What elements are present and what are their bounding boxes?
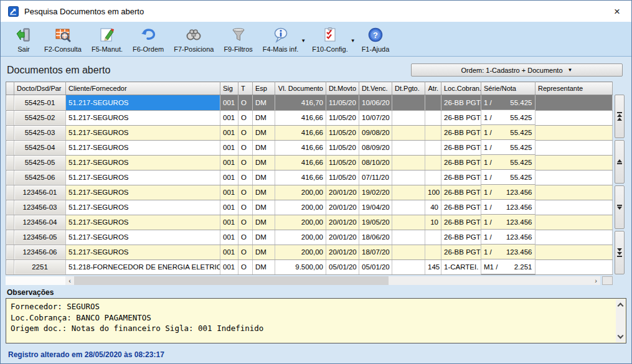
- cell-serie-nota[interactable]: 1 /55.425: [481, 95, 535, 110]
- cell-representante[interactable]: [535, 110, 613, 125]
- cell-movto[interactable]: 11/05/20: [326, 170, 359, 185]
- row-header-cell[interactable]: 123456-05: [14, 230, 66, 245]
- cell-pgto[interactable]: [392, 155, 425, 170]
- f9-filtros-button[interactable]: F9-Filtros: [219, 24, 257, 54]
- cell-cliente[interactable]: 51.217-SEGUROS: [66, 95, 220, 111]
- mais-inf-dropdown-icon[interactable]: ▼: [301, 38, 306, 44]
- cell-esp[interactable]: DM: [253, 259, 275, 275]
- sair-button[interactable]: Sair: [8, 24, 39, 54]
- cell-sig[interactable]: 001: [220, 140, 238, 155]
- cell-venc[interactable]: 18/07/20: [359, 245, 392, 259]
- cell-cliente[interactable]: 51.217-SEGUROS: [66, 170, 220, 185]
- cell-movto[interactable]: 11/05/20: [326, 140, 359, 155]
- cell-serie-nota[interactable]: 1 /55.425: [481, 125, 535, 140]
- cell-venc[interactable]: 10/07/20: [359, 110, 392, 125]
- row-indicator-cell[interactable]: [6, 230, 14, 245]
- cell-loc[interactable]: 1-CARTEI.: [441, 259, 481, 275]
- f5-manut-button[interactable]: F5-Manut.: [87, 24, 128, 54]
- cell-sig[interactable]: 001: [220, 155, 238, 170]
- row-indicator-cell[interactable]: [6, 170, 14, 185]
- cell-serie-nota[interactable]: M1 /2.251: [481, 259, 535, 274]
- col-header-serie[interactable]: Série/Nota: [481, 82, 535, 95]
- cell-serie-nota[interactable]: 1 /123.456: [481, 245, 535, 259]
- cell-esp[interactable]: DM: [253, 170, 275, 185]
- cell-loc[interactable]: 26-BB PGTO: [441, 95, 481, 111]
- cell-representante[interactable]: [535, 215, 613, 230]
- scroll-page-up-button[interactable]: [615, 140, 625, 184]
- cell-loc[interactable]: 26-BB PGTO: [441, 110, 481, 125]
- cell-pgto[interactable]: [392, 125, 425, 140]
- cell-valor[interactable]: 200,00: [275, 230, 326, 245]
- cell-sig[interactable]: 001: [220, 170, 238, 185]
- row-indicator-cell[interactable]: [6, 110, 14, 125]
- cell-movto[interactable]: 05/01/20: [326, 259, 359, 275]
- cell-movto[interactable]: 20/01/20: [326, 245, 359, 259]
- col-header-venc[interactable]: Dt.Venc.: [359, 82, 392, 95]
- cell-esp[interactable]: DM: [253, 110, 275, 125]
- cell-serie-nota[interactable]: 1 /123.456: [481, 200, 535, 215]
- cell-atr[interactable]: [425, 110, 441, 125]
- cell-esp[interactable]: DM: [253, 95, 275, 111]
- cell-serie-nota[interactable]: 1 /55.425: [481, 155, 535, 170]
- cell-representante[interactable]: [535, 125, 613, 140]
- cell-valor[interactable]: 9.500,00: [275, 259, 326, 275]
- row-header-cell[interactable]: 55425-04: [14, 140, 66, 155]
- cell-atr[interactable]: [425, 170, 441, 185]
- f2-consulta-button[interactable]: F2-Consulta: [39, 24, 87, 54]
- row-header-cell[interactable]: 2251: [14, 259, 66, 275]
- scroll-first-button[interactable]: [615, 95, 625, 138]
- cell-sig[interactable]: 001: [220, 200, 238, 215]
- cell-t[interactable]: O: [238, 215, 253, 230]
- cell-valor[interactable]: 200,00: [275, 200, 326, 215]
- cell-representante[interactable]: [535, 230, 613, 245]
- cell-venc[interactable]: 05/01/20: [359, 259, 392, 275]
- cell-cliente[interactable]: 51.217-SEGUROS: [66, 245, 220, 259]
- row-header-cell[interactable]: 55425-03: [14, 125, 66, 140]
- cell-atr[interactable]: [425, 155, 441, 170]
- cell-t[interactable]: O: [238, 155, 253, 170]
- cell-representante[interactable]: [535, 185, 613, 200]
- col-header-esp[interactable]: Esp: [253, 82, 275, 95]
- cell-atr[interactable]: 10: [425, 215, 441, 230]
- cell-cliente[interactable]: 51.217-SEGUROS: [66, 200, 220, 215]
- cell-t[interactable]: O: [238, 185, 253, 200]
- cell-t[interactable]: O: [238, 95, 253, 111]
- observacoes-textarea[interactable]: Fornecedor: SEGUROS Loc.Cobrança: BANCO …: [6, 298, 626, 343]
- close-icon[interactable]: ×: [609, 6, 625, 17]
- cell-loc[interactable]: 26-BB PGTO: [441, 140, 481, 155]
- cell-sig[interactable]: 001: [220, 230, 238, 245]
- cell-sig[interactable]: 001: [220, 95, 238, 111]
- cell-venc[interactable]: 19/05/20: [359, 215, 392, 230]
- f10-config-button[interactable]: F10-Config.: [307, 24, 352, 54]
- cell-esp[interactable]: DM: [253, 125, 275, 140]
- cell-t[interactable]: O: [238, 140, 253, 155]
- cell-cliente[interactable]: 51.217-SEGUROS: [66, 215, 220, 230]
- cell-pgto[interactable]: [392, 140, 425, 155]
- cell-esp[interactable]: DM: [253, 230, 275, 245]
- scroll-up-icon[interactable]: [618, 303, 624, 309]
- cell-venc[interactable]: 18/06/20: [359, 230, 392, 245]
- cell-esp[interactable]: DM: [253, 155, 275, 170]
- cell-cliente[interactable]: 51.217-SEGUROS: [66, 230, 220, 245]
- cell-representante[interactable]: [535, 200, 613, 215]
- cell-cliente[interactable]: 51.218-FORNECEDOR DE ENERGIA ELETRICA: [66, 259, 220, 275]
- cell-sig[interactable]: 001: [220, 185, 238, 200]
- cell-valor[interactable]: 200,00: [275, 245, 326, 259]
- scrollbar-thumb[interactable]: [74, 276, 389, 285]
- scroll-right-icon[interactable]: ›: [592, 276, 600, 285]
- cell-pgto[interactable]: [392, 259, 425, 275]
- cell-serie-nota[interactable]: 1 /123.456: [481, 230, 535, 245]
- row-indicator-cell[interactable]: [6, 245, 14, 259]
- cell-loc[interactable]: 26-BB PGTO: [441, 125, 481, 140]
- cell-loc[interactable]: 26-BB PGTO: [441, 185, 481, 200]
- f7-posiciona-button[interactable]: F7-Posiciona: [169, 24, 219, 54]
- cell-venc[interactable]: 19/04/20: [359, 200, 392, 215]
- scroll-down-icon[interactable]: [618, 333, 624, 339]
- cell-sig[interactable]: 001: [220, 245, 238, 259]
- col-header-pgto[interactable]: Dt.Pgto.: [392, 82, 425, 95]
- cell-cliente[interactable]: 51.217-SEGUROS: [66, 185, 220, 200]
- cell-representante[interactable]: [535, 170, 613, 185]
- cell-cliente[interactable]: 51.217-SEGUROS: [66, 140, 220, 155]
- cell-atr[interactable]: [425, 230, 441, 245]
- cell-t[interactable]: O: [238, 230, 253, 245]
